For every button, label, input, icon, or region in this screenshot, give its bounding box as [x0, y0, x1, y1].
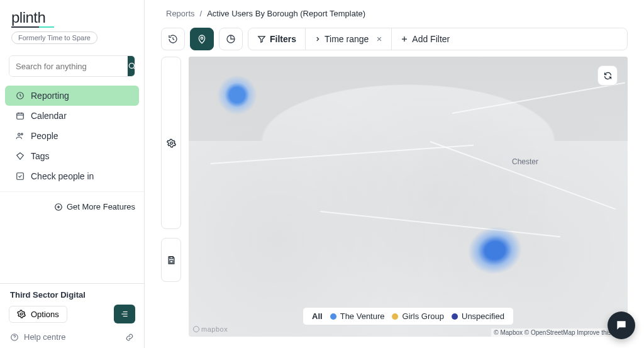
sidebar-footer: Third Sector Digital Options Help centre — [0, 283, 144, 348]
breadcrumb-current: Active Users By Borough (Report Template… — [207, 9, 365, 18]
chat-icon — [615, 319, 628, 332]
svg-point-8 — [21, 133, 23, 135]
map-canvas[interactable]: Chester All The Venture Girls Group Unsp… — [189, 57, 628, 337]
filters-bar: Filters Time range Add Filter — [248, 28, 628, 50]
sidebar-collapse-icon — [119, 310, 130, 318]
map-legend: All The Venture Girls Group Unspecified — [303, 307, 514, 325]
map-terrain-shade — [189, 57, 628, 337]
sidebar-item-label: People — [31, 131, 58, 141]
org-name: Third Sector Digital — [0, 284, 144, 302]
collapse-sidebar-button[interactable] — [114, 305, 135, 323]
chat-widget-button[interactable] — [608, 312, 635, 339]
people-icon — [15, 132, 25, 141]
search-input[interactable] — [9, 56, 128, 76]
legend-label: The Venture — [340, 312, 385, 321]
mapbox-icon — [192, 325, 200, 333]
svg-rect-9 — [16, 173, 23, 180]
svg-point-13 — [20, 313, 23, 315]
breadcrumb-root[interactable]: Reports — [166, 9, 195, 18]
tag-icon — [15, 152, 25, 161]
global-search[interactable] — [9, 55, 135, 77]
view-map-button[interactable] — [190, 28, 214, 50]
gear-icon — [167, 138, 176, 148]
filters-button[interactable]: Filters — [248, 28, 306, 50]
refresh-icon — [603, 71, 613, 81]
svg-point-19 — [201, 37, 203, 39]
sidebar-item-label: Reporting — [31, 91, 69, 101]
filter-chip-remove[interactable] — [376, 36, 382, 42]
workspace: Chester All The Venture Girls Group Unsp… — [145, 57, 644, 348]
view-timeline-button[interactable] — [219, 28, 243, 50]
help-centre-link[interactable]: Help centre — [10, 332, 65, 342]
sidebar-item-tags[interactable]: Tags — [5, 146, 139, 166]
map-logo-text: mapbox — [201, 325, 228, 333]
breadcrumb-sep: / — [200, 9, 203, 18]
legend-swatch — [330, 313, 336, 320]
get-more-label: Get More Features — [67, 202, 135, 211]
side-panels — [161, 57, 181, 291]
plus-circle-icon — [54, 203, 63, 211]
main-nav: Reporting Calendar People Tags Check peo… — [0, 86, 144, 186]
svg-rect-26 — [170, 256, 173, 258]
plus-icon — [401, 35, 408, 43]
options-button[interactable]: Options — [9, 306, 67, 323]
legend-item[interactable]: Girls Group — [392, 312, 444, 321]
svg-point-0 — [129, 63, 134, 68]
get-more-features[interactable]: Get More Features — [0, 197, 144, 216]
legend-swatch — [452, 313, 458, 320]
pie-chart-icon — [226, 34, 236, 44]
map-provider-logo: mapbox — [192, 325, 228, 333]
link-icon[interactable] — [125, 333, 134, 342]
map-layers-panel[interactable] — [161, 57, 181, 229]
svg-rect-27 — [170, 261, 173, 263]
sidebar-item-label: Calendar — [31, 111, 67, 121]
options-row: Options — [0, 302, 144, 328]
search-button[interactable] — [128, 56, 135, 76]
sidebar-item-people[interactable]: People — [5, 126, 139, 146]
sidebar-item-checkin[interactable]: Check people in — [5, 166, 139, 186]
filter-icon — [257, 35, 266, 43]
legend-label: Girls Group — [402, 312, 444, 321]
svg-point-28 — [194, 327, 199, 332]
filter-chip-label: Time range — [325, 34, 369, 44]
history-icon — [168, 34, 178, 44]
map-attribution[interactable]: © Mapbox © OpenStreetMap Improve this ma… — [491, 328, 628, 337]
legend-item[interactable]: The Venture — [330, 312, 385, 321]
map-city-label: Chester — [512, 157, 538, 166]
search-icon — [128, 62, 135, 70]
brand-tagline-badge: Formerly Time to Spare — [11, 31, 97, 44]
brand-underline — [11, 26, 54, 28]
sidebar-item-reporting[interactable]: Reporting — [5, 86, 139, 106]
map-export-panel[interactable] — [161, 238, 181, 282]
calendar-icon — [15, 111, 25, 121]
add-filter-label: Add Filter — [412, 34, 450, 44]
sidebar: plinth Formerly Time to Spare Reporting … — [0, 0, 145, 348]
toolbar: Filters Time range Add Filter — [145, 20, 644, 57]
map-refresh-button[interactable] — [597, 65, 618, 86]
sidebar-item-calendar[interactable]: Calendar — [5, 106, 139, 126]
filters-title: Filters — [270, 34, 296, 44]
reporting-icon — [15, 91, 25, 101]
legend-all-label[interactable]: All — [312, 312, 323, 321]
svg-point-18 — [14, 339, 15, 339]
legend-item[interactable]: Unspecified — [452, 312, 504, 321]
help-label: Help centre — [24, 332, 65, 342]
sidebar-item-label: Check people in — [31, 171, 94, 181]
nav-divider — [0, 191, 144, 192]
main-area: Reports / Active Users By Borough (Repor… — [145, 0, 644, 348]
help-icon — [10, 333, 19, 342]
legend-swatch — [392, 313, 399, 320]
brand-block: plinth Formerly Time to Spare — [0, 0, 144, 48]
brand-logo: plinth — [11, 9, 45, 26]
checkin-icon — [15, 172, 25, 181]
close-icon — [376, 36, 382, 42]
add-filter-button[interactable]: Add Filter — [392, 28, 627, 50]
svg-rect-3 — [16, 113, 23, 119]
help-row: Help centre — [0, 328, 144, 348]
breadcrumb: Reports / Active Users By Borough (Repor… — [145, 0, 644, 20]
legend-label: Unspecified — [462, 312, 504, 321]
svg-point-7 — [18, 133, 20, 136]
filter-chip-time-range[interactable]: Time range — [306, 28, 392, 50]
map-pin-icon — [197, 34, 207, 44]
view-history-button[interactable] — [161, 28, 185, 50]
